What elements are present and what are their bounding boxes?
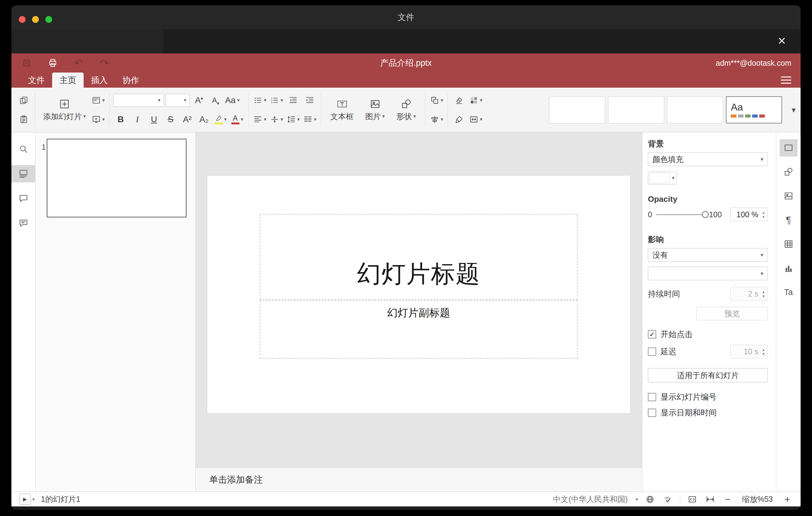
insert-shape-button[interactable]: 形状 ▾	[391, 90, 422, 130]
insert-columns-button[interactable]: ▾	[302, 111, 317, 128]
spellcheck-button[interactable]: ABC	[662, 493, 674, 505]
slide-editing-area[interactable]: 幻灯片标题 幻灯片副标题	[207, 176, 630, 413]
document-language-button[interactable]	[644, 493, 656, 505]
feedback-button[interactable]	[11, 214, 35, 232]
chart-settings-tab[interactable]	[780, 260, 798, 277]
insert-image-button[interactable]: 图片 ▾	[360, 90, 390, 130]
highlight-color-button[interactable]: ▾	[213, 111, 228, 128]
tab-collaboration[interactable]: 协作	[115, 73, 147, 88]
change-case-button[interactable]: Aa ▾	[225, 92, 240, 109]
numbered-list-button[interactable]: 123 ▾	[269, 92, 284, 109]
table-settings-tab[interactable]	[780, 235, 798, 253]
increment-font-size-button[interactable]: A ▴	[192, 92, 206, 109]
zoom-in-button[interactable]: +	[782, 494, 792, 504]
notes-area[interactable]: 单击添加备注	[196, 467, 642, 492]
shape-settings-tab[interactable]	[780, 163, 798, 180]
close-icon[interactable]: ×	[774, 33, 789, 49]
bullet-list-button[interactable]: ▾	[252, 92, 267, 109]
slide-layout-button[interactable]: ▾	[91, 92, 106, 109]
apply-to-all-slides-button[interactable]: 适用于所有幻灯片	[648, 368, 768, 382]
delay-spinner[interactable]: 10 s ▴▾	[730, 345, 768, 358]
font-size-select[interactable]: ▾	[166, 94, 190, 107]
slide-thumbnail-1[interactable]	[47, 139, 187, 218]
decrease-indent-button[interactable]	[286, 92, 300, 109]
clear-style-button[interactable]	[452, 92, 466, 109]
search-button[interactable]	[11, 140, 35, 158]
underline-button[interactable]: U	[147, 111, 161, 128]
minimize-traffic-light[interactable]	[32, 16, 39, 23]
spinner-arrows-icon[interactable]: ▴▾	[759, 290, 767, 298]
image-settings-tab[interactable]	[780, 187, 798, 205]
opacity-slider[interactable]	[656, 214, 705, 215]
theme-option-1[interactable]	[549, 96, 605, 123]
start-slideshow-button[interactable]: ▾	[91, 111, 106, 128]
tab-insert[interactable]: 插入	[84, 73, 115, 88]
language-selector[interactable]: 中文(中华人民共和国)	[553, 494, 628, 504]
vertical-align-button[interactable]: ▾	[269, 111, 284, 128]
chevron-down-icon[interactable]: ▾	[636, 496, 638, 502]
fullscreen-traffic-light[interactable]	[45, 16, 52, 23]
line-spacing-button[interactable]: ▾	[286, 111, 300, 128]
background-color-picker[interactable]: ▾	[648, 172, 677, 184]
slide-canvas[interactable]: 幻灯片标题 幻灯片副标题	[196, 133, 642, 467]
subtitle-placeholder[interactable]: 幻灯片副标题	[260, 300, 578, 359]
insert-textbox-button[interactable]: 文本框	[325, 90, 359, 130]
textart-settings-tab[interactable]: Ta	[780, 284, 798, 301]
show-slide-number-checkbox[interactable]	[648, 393, 656, 401]
opacity-spinner[interactable]: 100 % ▴▾	[730, 208, 768, 221]
slide-settings-tab[interactable]	[780, 139, 798, 156]
show-date-time-label: 显示日期和时间	[661, 407, 717, 418]
start-slideshow-statusbar-button[interactable]: ▶	[20, 494, 31, 505]
start-on-click-checkbox[interactable]: ✓	[648, 330, 656, 339]
spinner-arrows-icon[interactable]: ▴▾	[759, 210, 767, 219]
print-button[interactable]	[47, 57, 59, 69]
subscript-button[interactable]: A₂	[197, 111, 211, 128]
title-placeholder[interactable]: 幻灯片标题	[260, 214, 578, 300]
tab-file[interactable]: 文件	[21, 73, 52, 88]
redo-button[interactable]: ↷	[98, 57, 111, 69]
theme-option-2[interactable]	[608, 96, 664, 123]
copy-style-button[interactable]	[452, 111, 466, 128]
duration-spinner[interactable]: 2 s ▴▾	[730, 287, 768, 300]
theme-option-3[interactable]	[667, 96, 723, 123]
italic-button[interactable]: I	[130, 111, 145, 128]
superscript-button[interactable]: A²	[180, 111, 195, 128]
font-color-button[interactable]: A ▾	[230, 111, 245, 128]
opacity-slider-handle[interactable]	[702, 211, 709, 218]
preview-button[interactable]: 预览	[696, 307, 768, 320]
slide-size-button[interactable]: ▾	[468, 111, 483, 128]
show-date-time-checkbox[interactable]	[648, 409, 656, 417]
slide-number: 1	[42, 143, 46, 151]
slides-panel-button[interactable]	[11, 165, 35, 182]
copy-button[interactable]	[16, 92, 31, 109]
paragraph-settings-tab[interactable]: ¶	[780, 211, 798, 229]
bold-button[interactable]: B	[113, 111, 128, 128]
font-name-select[interactable]: ▾	[113, 94, 164, 107]
transition-variant-select[interactable]: ▾	[648, 267, 768, 280]
decrement-font-size-button[interactable]: A ▾	[208, 92, 223, 109]
fit-to-width-button[interactable]	[704, 493, 716, 505]
background-fill-select[interactable]: 颜色填充 ▾	[648, 152, 768, 166]
horizontal-align-button[interactable]: ▾	[252, 111, 267, 128]
undo-button[interactable]: ↶	[72, 57, 85, 69]
fit-to-slide-button[interactable]	[687, 493, 698, 505]
spinner-arrows-icon[interactable]: ▴▾	[759, 347, 767, 356]
strikethrough-button[interactable]: S	[163, 111, 178, 128]
chevron-down-icon[interactable]: ▾	[32, 496, 35, 502]
menu-hamburger-icon[interactable]	[781, 77, 791, 84]
align-shapes-button[interactable]: ▾	[429, 111, 444, 128]
theme-option-selected[interactable]: Aa	[726, 96, 782, 123]
save-button[interactable]	[21, 57, 33, 69]
tab-home[interactable]: 主页	[52, 73, 84, 88]
delay-checkbox[interactable]	[648, 347, 656, 356]
theme-gallery-expand-button[interactable]: ▾	[792, 105, 796, 115]
color-scheme-button[interactable]: ▾	[468, 92, 483, 109]
increase-indent-button[interactable]	[302, 92, 317, 109]
paste-button[interactable]	[16, 111, 31, 128]
close-traffic-light[interactable]	[19, 16, 26, 23]
arrange-shapes-button[interactable]: ▾	[429, 92, 444, 109]
zoom-out-button[interactable]: −	[722, 494, 733, 504]
comments-button[interactable]	[11, 190, 35, 207]
add-slide-button[interactable]: 添加幻灯片 ▾	[39, 90, 90, 130]
transition-effect-select[interactable]: 没有 ▾	[648, 248, 768, 262]
